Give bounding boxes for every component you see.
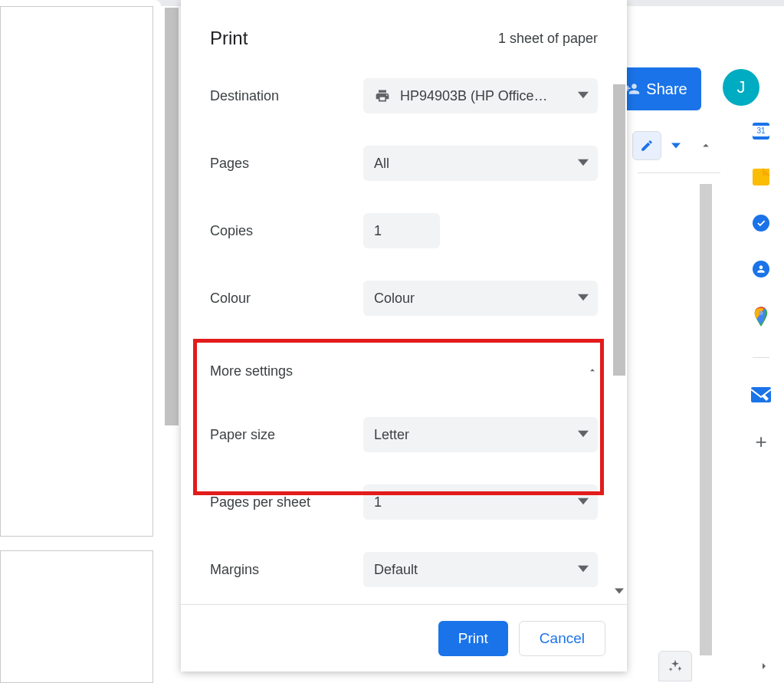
margins-value: Default (374, 562, 418, 578)
pages-per-sheet-value: 1 (374, 494, 382, 511)
paper-size-select[interactable]: Letter (363, 417, 598, 452)
pages-per-sheet-label: Pages per sheet (210, 494, 363, 511)
paper-size-label: Paper size (210, 427, 363, 443)
copies-input[interactable]: 1 (363, 213, 440, 248)
margins-label: Margins (210, 562, 363, 578)
caret-down-icon (578, 427, 589, 443)
pages-value: All (374, 156, 389, 172)
paper-size-value: Letter (374, 427, 409, 443)
caret-down-icon (578, 562, 589, 578)
more-settings-label: More settings (210, 363, 293, 379)
show-side-panel-button[interactable] (758, 660, 770, 675)
caret-down-icon (578, 291, 589, 307)
edit-mode-button[interactable] (632, 131, 661, 160)
sheet-count-text: 1 sheet of paper (498, 31, 598, 47)
browser-tab (0, 0, 161, 6)
preview-scrollbar[interactable] (165, 8, 179, 425)
sparkle-icon (668, 658, 683, 674)
collapse-toolbar-button[interactable] (691, 130, 721, 161)
pages-per-sheet-select[interactable]: 1 (363, 484, 598, 520)
person-add-icon (625, 81, 640, 97)
mail-addon-icon[interactable] (751, 387, 771, 402)
keep-icon[interactable] (753, 169, 769, 186)
edit-mode-dropdown[interactable] (668, 131, 684, 160)
colour-label: Colour (210, 291, 363, 307)
copies-value: 1 (374, 223, 382, 239)
destination-select[interactable]: HP94903B (HP Office… (363, 78, 598, 113)
caret-down-icon (671, 141, 681, 150)
colour-value: Colour (374, 291, 415, 307)
print-preview-page-1 (0, 6, 153, 537)
printer-icon (374, 88, 391, 103)
copies-label: Copies (210, 223, 363, 239)
sidebar-divider (753, 357, 769, 358)
print-dialog: Print 1 sheet of paper Destination HP949… (181, 0, 627, 672)
chevron-up-icon (699, 139, 713, 153)
copies-row: Copies 1 (210, 213, 598, 248)
caret-down-icon (578, 88, 589, 104)
destination-row: Destination HP94903B (HP Office… (210, 78, 598, 113)
pages-select[interactable]: All (363, 146, 598, 181)
colour-row: Colour Colour (210, 281, 598, 316)
maps-icon[interactable] (753, 307, 769, 328)
calendar-icon[interactable] (753, 123, 769, 140)
margins-select[interactable]: Default (363, 552, 598, 587)
colour-select[interactable]: Colour (363, 281, 598, 316)
side-panel: + (738, 123, 784, 452)
caret-down-icon (578, 494, 589, 511)
scroll-down-caret-icon[interactable] (615, 586, 624, 598)
chevron-up-icon (587, 363, 598, 379)
pages-label: Pages (210, 156, 363, 172)
more-settings-toggle[interactable]: More settings (210, 348, 598, 394)
pencil-icon (640, 139, 654, 153)
print-button[interactable]: Print (438, 621, 508, 656)
svg-rect-1 (751, 387, 771, 402)
explore-button[interactable] (658, 651, 692, 681)
caret-down-icon (578, 156, 589, 172)
destination-label: Destination (210, 88, 363, 104)
margins-row: Margins Default (210, 552, 598, 587)
dialog-footer: Print Cancel (181, 604, 627, 672)
print-dialog-title: Print (210, 28, 248, 49)
account-avatar[interactable]: J (723, 69, 759, 106)
print-preview-page-2 (0, 550, 153, 683)
dialog-scrollbar[interactable] (613, 84, 625, 376)
document-scrollbar[interactable] (700, 184, 712, 655)
tasks-icon[interactable] (753, 215, 769, 231)
svg-point-0 (759, 311, 763, 316)
pages-per-sheet-row: Pages per sheet 1 (210, 484, 598, 520)
chevron-right-icon (758, 660, 770, 672)
share-button-label: Share (646, 80, 687, 98)
cancel-button[interactable]: Cancel (519, 621, 605, 656)
destination-value: HP94903B (HP Office… (400, 88, 547, 104)
get-addons-button[interactable]: + (755, 432, 766, 452)
paper-size-row: Paper size Letter (210, 417, 598, 452)
contacts-icon[interactable] (753, 261, 769, 277)
pages-row: Pages All (210, 146, 598, 181)
